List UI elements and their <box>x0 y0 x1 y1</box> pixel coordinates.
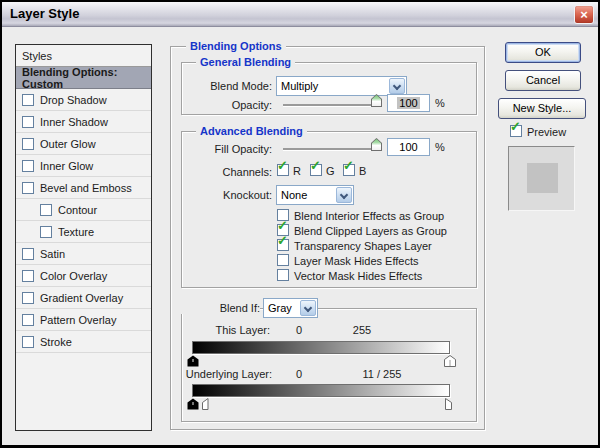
this-layer-white-slider[interactable] <box>444 355 456 367</box>
sidebar-item-label: Bevel and Emboss <box>40 182 132 194</box>
blend-clipped-layers-label: Blend Clipped Layers as Group <box>294 225 447 237</box>
window-title: Layer Style <box>10 6 79 21</box>
advanced-blending-title: Advanced Blending <box>196 125 307 137</box>
fill-opacity-input[interactable]: 100 <box>387 138 430 156</box>
check-icon: ✓ <box>310 159 321 173</box>
sidebar-item-contour[interactable]: Contour <box>16 199 151 221</box>
chevron-down-icon <box>304 304 312 312</box>
style-preview-thumbnail <box>508 146 575 211</box>
underlying-white-value: 11 / 255 <box>354 368 410 380</box>
blend-if-dropdown-button[interactable] <box>300 300 316 316</box>
satin-checkbox[interactable] <box>22 248 34 260</box>
styles-list: Styles Blending Options: Custom Drop Sha… <box>15 44 152 431</box>
sidebar-item-label: Texture <box>58 226 94 238</box>
gradient-overlay-checkbox[interactable] <box>22 292 34 304</box>
this-layer-black-slider[interactable] <box>187 355 199 367</box>
blend-mode-value: Multiply <box>281 80 318 92</box>
chevron-down-icon <box>340 191 348 199</box>
sidebar-item-gradient-overlay[interactable]: Gradient Overlay <box>16 287 151 309</box>
close-button[interactable]: × <box>574 5 594 24</box>
layer-mask-hides-checkbox[interactable] <box>277 254 289 266</box>
vector-mask-hides-checkbox[interactable] <box>277 269 289 281</box>
underlying-white-slider-left-half[interactable] <box>202 398 209 410</box>
cancel-button[interactable]: Cancel <box>505 70 581 91</box>
channel-g-checkbox[interactable]: ✓ <box>310 164 322 176</box>
opacity-slider-track[interactable] <box>283 104 382 106</box>
opacity-input[interactable]: 100 <box>387 94 430 112</box>
layer-mask-hides-label: Layer Mask Hides Effects <box>294 255 419 267</box>
this-layer-black-value: 0 <box>289 324 309 336</box>
underlying-layer-gradient-bar[interactable] <box>192 384 450 397</box>
this-layer-white-value: 255 <box>347 324 377 336</box>
ok-button[interactable]: OK <box>505 42 581 63</box>
knockout-dropdown-button[interactable] <box>336 187 352 203</box>
close-icon: × <box>580 7 588 22</box>
check-icon: ✓ <box>277 234 288 248</box>
preview-checkbox[interactable]: ✓ <box>510 125 522 137</box>
blend-if-value: Gray <box>268 302 292 314</box>
blend-mode-dropdown-button[interactable] <box>389 78 405 94</box>
knockout-dropdown[interactable]: None <box>276 185 354 205</box>
underlying-white-slider-right-half[interactable] <box>445 398 452 410</box>
blend-mode-dropdown[interactable]: Multiply <box>276 76 407 96</box>
contour-checkbox[interactable] <box>40 204 52 216</box>
drop-shadow-checkbox[interactable] <box>22 94 34 106</box>
preview-label: Preview <box>527 126 566 138</box>
sidebar-item-blending-options[interactable]: Blending Options: Custom <box>16 67 151 89</box>
sidebar-item-satin[interactable]: Satin <box>16 243 151 265</box>
sidebar-item-inner-shadow[interactable]: Inner Shadow <box>16 111 151 133</box>
bevel-emboss-checkbox[interactable] <box>22 182 34 194</box>
sidebar-item-outer-glow[interactable]: Outer Glow <box>16 133 151 155</box>
sidebar-item-label: Pattern Overlay <box>40 314 116 326</box>
sidebar-item-stroke[interactable]: Stroke <box>16 331 151 353</box>
check-icon: ✓ <box>277 159 288 173</box>
sidebar-item-color-overlay[interactable]: Color Overlay <box>16 265 151 287</box>
channel-r-checkbox[interactable]: ✓ <box>277 164 289 176</box>
sidebar-item-texture[interactable]: Texture <box>16 221 151 243</box>
opacity-value: 100 <box>397 97 419 109</box>
transparency-shapes-label: Transparency Shapes Layer <box>294 240 432 252</box>
sidebar-item-label: Gradient Overlay <box>40 292 123 304</box>
this-layer-gradient-bar[interactable] <box>192 341 450 354</box>
channels-label: Channels: <box>181 166 272 178</box>
check-icon: ✓ <box>510 120 521 134</box>
blend-interior-effects-label: Blend Interior Effects as Group <box>294 210 444 222</box>
outer-glow-checkbox[interactable] <box>22 138 34 150</box>
general-blending-title: General Blending <box>196 56 295 68</box>
this-layer-label: This Layer: <box>181 324 270 336</box>
blending-options-title: Blending Options <box>186 40 286 52</box>
vector-mask-hides-label: Vector Mask Hides Effects <box>294 270 422 282</box>
blend-mode-label: Blend Mode: <box>181 80 272 92</box>
fill-opacity-label: Fill Opacity: <box>181 143 272 155</box>
fill-opacity-unit: % <box>435 141 445 153</box>
underlying-layer-label: Underlying Layer: <box>181 368 272 380</box>
sidebar-item-label: Satin <box>40 248 65 260</box>
inner-shadow-checkbox[interactable] <box>22 116 34 128</box>
new-style-button[interactable]: New Style... <box>498 98 586 119</box>
sidebar-item-drop-shadow[interactable]: Drop Shadow <box>16 89 151 111</box>
channel-b-checkbox[interactable]: ✓ <box>343 164 355 176</box>
title-bar[interactable]: Layer Style × <box>2 2 598 27</box>
pattern-overlay-checkbox[interactable] <box>22 314 34 326</box>
fill-opacity-slider-track[interactable] <box>283 148 382 150</box>
sidebar-item-label: Inner Glow <box>40 160 93 172</box>
channel-r-label: R <box>293 165 301 177</box>
opacity-label: Opacity: <box>181 99 272 111</box>
sidebar-item-inner-glow[interactable]: Inner Glow <box>16 155 151 177</box>
knockout-label: Knockout: <box>181 189 272 201</box>
transparency-shapes-checkbox[interactable]: ✓ <box>277 239 289 251</box>
sidebar-styles-label: Styles <box>22 50 52 62</box>
texture-checkbox[interactable] <box>40 226 52 238</box>
sidebar-item-bevel-and-emboss[interactable]: Bevel and Emboss <box>16 177 151 199</box>
sidebar-item-label: Outer Glow <box>40 138 96 150</box>
sidebar-item-label: Inner Shadow <box>40 116 108 128</box>
sidebar-item-styles[interactable]: Styles <box>16 45 151 67</box>
fill-opacity-value: 100 <box>399 141 417 153</box>
check-icon: ✓ <box>343 159 354 173</box>
inner-glow-checkbox[interactable] <box>22 160 34 172</box>
color-overlay-checkbox[interactable] <box>22 270 34 282</box>
blend-if-dropdown[interactable]: Gray <box>263 298 318 318</box>
stroke-checkbox[interactable] <box>22 336 34 348</box>
underlying-black-slider[interactable] <box>187 398 199 410</box>
sidebar-item-pattern-overlay[interactable]: Pattern Overlay <box>16 309 151 331</box>
